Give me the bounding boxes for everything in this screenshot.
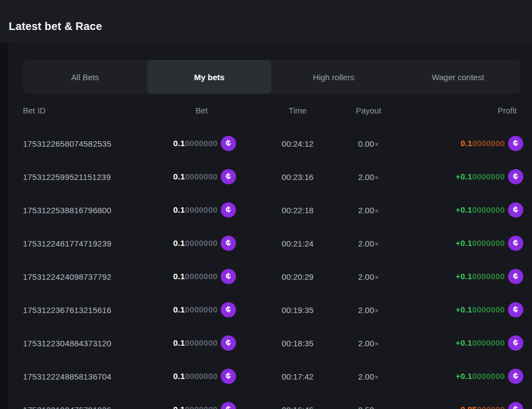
table-row: 1753122190476791936 0.10000000 ¢ 00:16:4… [23,393,523,409]
payout-cell: 2.00× [358,272,379,281]
bets-tabbar: All Bets My bets High rollers Wager cont… [23,60,520,94]
profit-amount: +0.10000000 [456,172,505,181]
cent-coin-icon: ¢ [507,368,524,385]
table-row: 1753122599521151239 0.10000000 ¢ 00:23:1… [23,160,523,193]
payout-cell: 2.00× [358,338,379,347]
payout-cell: 0.50× [358,405,379,409]
profit-cell: 0.05000000 ¢ [461,402,523,409]
table-row: 1753122658074582535 0.10000000 ¢ 00:24:1… [23,127,523,160]
profit-cell: +0.10000000 ¢ [456,269,523,284]
table-row: 1753122424098737792 0.10000000 ¢ 00:20:2… [23,260,523,293]
time-cell: 00:17:42 [282,371,313,381]
profit-cell: +0.10000000 ¢ [456,302,523,317]
time-cell: 00:23:16 [282,172,313,181]
time-cell: 00:21:24 [282,238,313,248]
payout-cell: 2.00× [358,238,379,248]
cent-coin-icon: ¢ [507,334,524,352]
time-cell: 00:22:18 [282,205,313,214]
bet-amount: 0.10000000 [173,139,217,148]
profit-amount: 0.10000000 [461,139,505,148]
payout-cell: 0.00× [358,139,379,148]
bets-panel: All Bets My bets High rollers Wager cont… [8,43,532,409]
time-cell: 00:24:12 [282,139,313,148]
cent-coin-icon: ¢ [507,268,524,285]
cent-coin-icon: ¢ [220,334,237,352]
bet-amount: 0.10000000 [173,338,217,347]
cent-coin-icon: ¢ [220,201,237,219]
header-time: Time [289,106,307,115]
payout-cell: 2.00× [358,172,379,181]
table-row: 1753122538816796800 0.10000000 ¢ 00:22:1… [23,193,523,226]
payout-cell: 2.00× [358,305,379,314]
header-bet-id: Bet ID [23,106,46,115]
tab-wager-contest[interactable]: Wager contest [396,60,520,94]
cent-coin-icon: ¢ [507,301,524,318]
header-payout: Payout [356,106,382,115]
bet-amount: 0.10000000 [173,371,217,381]
bet-id-cell: 1753122658074582535 [23,139,111,148]
bet-amount: 0.10000000 [173,272,217,281]
cent-coin-icon: ¢ [507,201,524,219]
cent-coin-icon: ¢ [507,135,524,152]
bet-id-cell: 1753122367613215616 [23,305,111,314]
time-cell: 00:16:46 [282,405,313,409]
table-row: 1753122248858136704 0.10000000 ¢ 00:17:4… [23,359,523,393]
time-cell: 00:20:29 [282,272,313,281]
cent-coin-icon: ¢ [220,168,237,185]
payout-cell: 2.00× [358,371,379,381]
profit-cell: +0.10000000 ¢ [456,335,523,351]
bets-table-body: 1753122658074582535 0.10000000 ¢ 00:24:1… [23,127,523,409]
bet-id-cell: 1753122248858136704 [23,371,111,381]
profit-cell: +0.10000000 ¢ [456,202,523,218]
bet-amount: 0.10000000 [173,238,217,248]
bet-cell: 0.10000000 ¢ [173,169,236,184]
profit-cell: +0.10000000 ¢ [456,169,523,184]
header-profit: Profit [498,106,517,115]
bet-amount: 0.10000000 [173,172,217,181]
profit-cell: +0.10000000 ¢ [456,236,523,251]
tab-high-rollers[interactable]: High rollers [271,60,396,94]
bet-cell: 0.10000000 ¢ [173,136,236,151]
bet-amount: 0.10000000 [173,305,217,314]
tab-my-bets[interactable]: My bets [147,60,271,94]
profit-amount: +0.10000000 [456,272,505,281]
bet-id-cell: 1753122424098737792 [23,272,111,281]
cent-coin-icon: ¢ [220,368,237,385]
cent-coin-icon: ¢ [220,234,237,252]
profit-amount: +0.10000000 [456,205,505,214]
bet-cell: 0.10000000 ¢ [173,369,236,384]
header-bet: Bet [195,106,208,115]
table-header-row: Bet ID Bet Time Payout Profit [23,99,523,121]
bet-id-cell: 1753122190476791936 [23,405,111,409]
table-row: 1753122367613215616 0.10000000 ¢ 00:19:3… [23,293,523,326]
tab-all-bets[interactable]: All Bets [23,60,147,94]
cent-coin-icon: ¢ [220,301,237,318]
bet-cell: 0.10000000 ¢ [173,402,236,409]
bet-id-cell: 1753122304884373120 [23,338,111,347]
bet-id-cell: 1753122538816796800 [23,205,111,214]
page-header: Latest bet & Race [0,0,532,43]
bet-amount: 0.10000000 [173,205,217,214]
time-cell: 00:18:35 [282,338,313,347]
cent-coin-icon: ¢ [507,168,524,185]
bet-cell: 0.10000000 ¢ [173,202,236,218]
bet-id-cell: 1753122481774719239 [23,238,111,248]
cent-coin-icon: ¢ [220,268,237,285]
bet-cell: 0.10000000 ¢ [173,236,236,251]
bet-cell: 0.10000000 ¢ [173,269,236,284]
cent-coin-icon: ¢ [507,401,524,409]
profit-amount: +0.10000000 [456,338,505,347]
profit-amount: +0.10000000 [456,371,505,381]
cent-coin-icon: ¢ [220,401,237,409]
bet-cell: 0.10000000 ¢ [173,335,236,351]
bet-amount: 0.10000000 [173,405,217,409]
profit-cell: +0.10000000 ¢ [456,369,523,384]
time-cell: 00:19:35 [282,305,313,314]
page-title: Latest bet & Race [9,20,102,33]
profit-cell: 0.10000000 ¢ [461,136,523,151]
cent-coin-icon: ¢ [220,135,237,152]
bet-id-cell: 1753122599521151239 [23,172,111,181]
cent-coin-icon: ¢ [507,234,524,252]
profit-amount: +0.10000000 [456,305,505,314]
payout-cell: 2.00× [358,205,379,214]
